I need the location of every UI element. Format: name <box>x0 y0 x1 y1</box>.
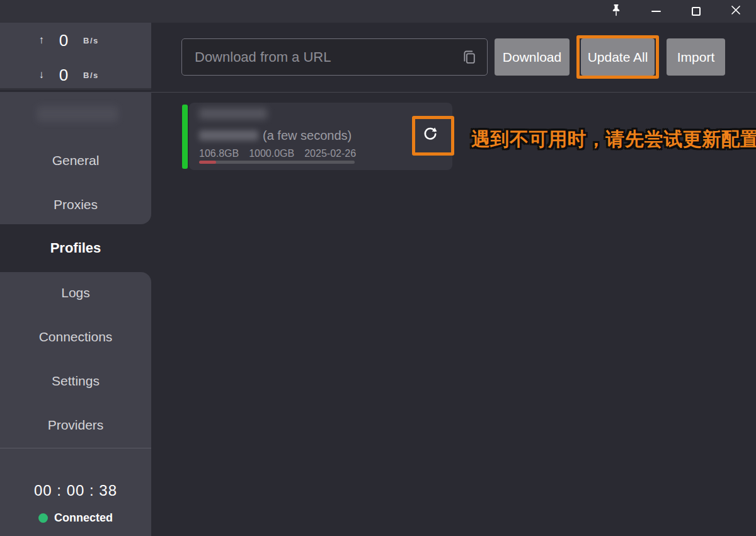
close-button[interactable] <box>721 0 750 23</box>
upload-speed-value: 0 <box>44 31 83 50</box>
sidebar-item-settings[interactable]: Settings <box>0 370 151 392</box>
minimize-icon <box>651 11 661 12</box>
sidebar-item-connections[interactable]: Connections <box>0 326 151 348</box>
sidebar-item-general[interactable]: General <box>0 149 151 172</box>
profile-stats-row: 106.8GB 1000.0GB 2025-02-26 <box>199 148 356 159</box>
upload-speed-unit: B/s <box>83 36 121 45</box>
uptime-timer: 00 : 00 : 38 <box>0 482 151 499</box>
import-button[interactable]: Import <box>667 38 725 76</box>
sidebar-item-providers[interactable]: Providers <box>0 414 151 436</box>
close-icon <box>731 5 741 18</box>
connection-status: Connected <box>0 511 151 525</box>
download-speed-unit: B/s <box>83 71 121 80</box>
upload-speed-row: ↑ 0 B/s <box>0 31 151 50</box>
profile-total-traffic: 1000.0GB <box>249 148 294 159</box>
update-all-button[interactable]: Update All <box>581 38 655 76</box>
url-input-box <box>181 38 488 76</box>
blurred-sidebar-text <box>37 106 118 122</box>
refresh-icon <box>422 125 438 144</box>
download-speed-value: 0 <box>44 66 83 85</box>
titlebar <box>0 0 756 23</box>
download-arrow-icon: ↓ <box>0 69 44 81</box>
blurred-profile-host <box>199 130 258 140</box>
maximize-button[interactable] <box>682 0 711 23</box>
traffic-progress-fill <box>199 161 216 164</box>
active-profile-indicator-bar <box>182 105 188 169</box>
pin-icon <box>611 4 621 20</box>
sidebar-item-profiles[interactable]: Profiles <box>0 237 151 259</box>
profile-subtitle-row: (a few seconds) <box>199 128 352 143</box>
profile-used-traffic: 106.8GB <box>199 148 239 159</box>
pin-button[interactable] <box>602 0 631 23</box>
tutorial-annotation-text: 遇到不可用时，请先尝试更新配置 <box>471 127 755 152</box>
url-input[interactable] <box>195 39 459 75</box>
upload-arrow-icon: ↑ <box>0 34 44 47</box>
download-button[interactable]: Download <box>495 38 570 76</box>
blurred-profile-name <box>199 108 267 119</box>
connection-status-label: Connected <box>54 511 113 525</box>
download-speed-row: ↓ 0 B/s <box>0 66 151 84</box>
paste-from-clipboard-button[interactable] <box>462 49 478 66</box>
profile-card[interactable]: (a few seconds) 106.8GB 1000.0GB 2025-02… <box>189 103 452 170</box>
refresh-profile-button[interactable] <box>416 120 444 148</box>
traffic-panel: ↑ 0 B/s ↓ 0 B/s <box>0 23 151 90</box>
traffic-progress-bar <box>199 161 355 164</box>
toolbar-divider <box>151 92 756 93</box>
connected-dot-icon <box>38 513 48 523</box>
profile-updated-ago: (a few seconds) <box>263 128 352 143</box>
sidebar-item-logs[interactable]: Logs <box>0 282 151 304</box>
maximize-icon <box>692 7 701 16</box>
minimize-button[interactable] <box>641 0 670 23</box>
copy-icon <box>462 57 477 67</box>
sidebar-item-proxies[interactable]: Proxies <box>0 193 151 216</box>
profile-expiry-date: 2025-02-26 <box>304 148 356 159</box>
